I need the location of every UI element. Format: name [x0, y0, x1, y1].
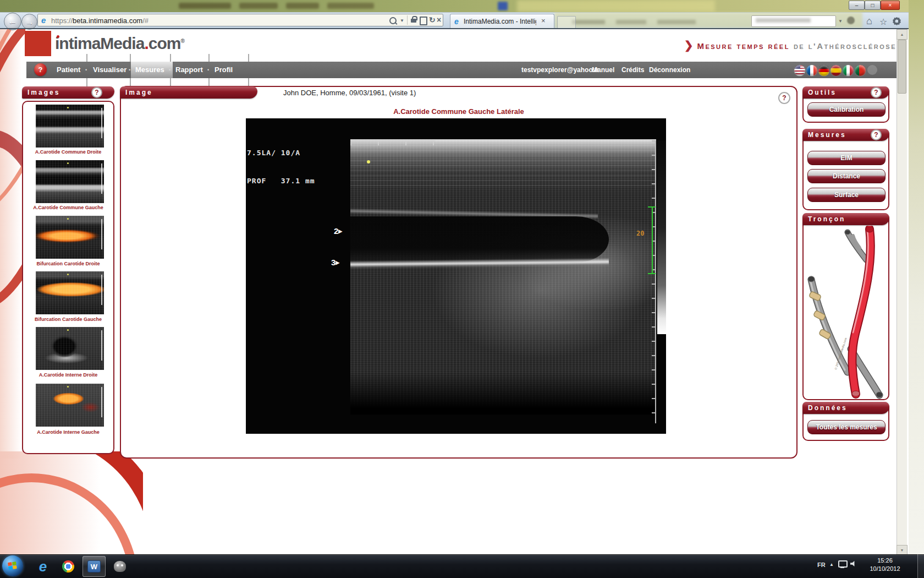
- scrollbar-up-button[interactable]: ▲: [897, 29, 908, 40]
- nav-link-credits[interactable]: Crédits: [622, 66, 644, 74]
- ultrasound-image[interactable]: 7.5LA/ 10/A PROF 37.1 mm 2▶ 3▶ 20: [246, 118, 666, 434]
- flag-france[interactable]: [806, 64, 818, 77]
- nav-item-visualiser[interactable]: Visualiser: [93, 66, 127, 74]
- flag-usa[interactable]: [794, 64, 806, 77]
- refresh-icon[interactable]: ↻: [429, 15, 436, 24]
- thumbnail-carotide-commune-gauche[interactable]: [36, 160, 104, 203]
- chrome-bottom-divider: [0, 28, 909, 29]
- eim-button[interactable]: EIM: [807, 151, 886, 165]
- mesures-help-button[interactable]: ?: [871, 129, 882, 140]
- tray-clock[interactable]: 15:26 10/10/2012: [865, 557, 905, 575]
- background-search-caret-icon[interactable]: ▼: [838, 19, 843, 24]
- home-icon[interactable]: ⌂: [866, 15, 872, 27]
- forward-button[interactable]: →: [21, 14, 37, 30]
- marker-3[interactable]: 3▶: [331, 258, 339, 267]
- address-favicon-ie: e: [41, 15, 46, 25]
- nav-link-manuel[interactable]: Manuel: [592, 66, 614, 74]
- carotid-tree-illustration: © 2011 IntimaMedia.com: [804, 226, 888, 399]
- lock-shackle-icon: [412, 16, 417, 20]
- measure-bracket-line[interactable]: [652, 206, 653, 274]
- tray-language[interactable]: FR: [817, 561, 826, 568]
- forward-icon: →: [25, 17, 34, 26]
- taskbar-chrome-button[interactable]: [57, 557, 79, 576]
- page-scrollbar-track[interactable]: [897, 29, 907, 554]
- image-help-button[interactable]: ?: [778, 92, 790, 104]
- ie-icon: e: [39, 558, 47, 575]
- flag-portugal[interactable]: [854, 64, 866, 77]
- thumbnail-edge-line: [101, 108, 102, 138]
- nav-help-button[interactable]: ?: [34, 63, 47, 76]
- url-host: beta.intimamedia.com: [73, 17, 142, 25]
- thumbnail-label[interactable]: A.Carotide Interne Droite: [23, 372, 113, 378]
- up-arrow-icon: ▲: [900, 32, 904, 36]
- desktop-background-strip: [0, 0, 909, 12]
- taskbar-gimp-button[interactable]: [109, 557, 131, 576]
- thumbnail-label[interactable]: Bifurcation Carotide Gauche: [23, 317, 113, 322]
- background-window-icon-smudge: [498, 2, 508, 10]
- thumbnail-label[interactable]: A.Carotide Commune Gauche: [23, 205, 113, 210]
- marker-2[interactable]: 2▶: [334, 226, 342, 236]
- measure-dot: [367, 160, 370, 163]
- gimp-eye: [121, 564, 123, 566]
- image-panel-title: Image: [125, 89, 153, 96]
- flag-faded: [867, 65, 877, 75]
- toutes-les-mesures-button[interactable]: Toutes les mesures: [807, 420, 886, 434]
- nav-item-rapport[interactable]: Rapport: [175, 66, 203, 74]
- marker-arrow-icon: ▶: [338, 228, 342, 234]
- thumbnail-carotide-interne-gauche[interactable]: [36, 384, 104, 427]
- flag-italy[interactable]: [842, 64, 854, 77]
- calibration-button[interactable]: Calibration: [807, 102, 886, 117]
- new-tab-button[interactable]: [557, 16, 576, 29]
- thumbnail-carotide-interne-droite[interactable]: [36, 327, 104, 370]
- taskbar-word-button[interactable]: W: [82, 556, 106, 577]
- nav-item-patient[interactable]: Patient: [57, 66, 80, 74]
- thumbnail-label[interactable]: Bifurcation Carotide Droite: [23, 261, 113, 266]
- background-search-smudge: [756, 18, 811, 23]
- url-path: /#: [142, 17, 148, 25]
- background-window-title-smudge: [286, 3, 319, 9]
- thumbnail-bifurcation-gauche[interactable]: [36, 271, 104, 314]
- back-icon: ←: [8, 16, 18, 27]
- ultrasound-overlay-text: 7.5LA/ 10/A PROF 37.1 mm: [247, 129, 315, 204]
- tray-hidden-icons-arrow[interactable]: ▲: [829, 562, 834, 567]
- background-close-button[interactable]: ×: [881, 1, 900, 10]
- taskbar-ie-button[interactable]: e: [32, 557, 54, 576]
- distance-button[interactable]: Distance: [807, 169, 886, 183]
- address-url[interactable]: https://beta.intimamedia.com/#: [51, 17, 148, 25]
- gimp-eye: [117, 564, 119, 566]
- flag-germany[interactable]: [818, 64, 830, 77]
- nav-bullet: •: [129, 67, 130, 73]
- minimize-icon: –: [855, 2, 859, 8]
- images-help-button[interactable]: ?: [91, 87, 102, 98]
- compatibility-view-icon[interactable]: [420, 17, 427, 25]
- url-scheme: https://: [51, 17, 73, 25]
- thumbnail-label[interactable]: A.Carotide Commune Droite: [23, 149, 113, 155]
- favorites-star-icon[interactable]: ☆: [879, 17, 887, 27]
- stop-icon[interactable]: ×: [437, 15, 441, 24]
- outils-help-button[interactable]: ?: [871, 87, 882, 98]
- scrollbar-thumb[interactable]: [898, 40, 906, 94]
- tab-close-icon[interactable]: ×: [541, 17, 546, 25]
- help-icon: ?: [38, 66, 43, 74]
- start-button[interactable]: [2, 555, 23, 576]
- thumbnail-bifurcation-droite[interactable]: [36, 216, 104, 259]
- logo-main: intimaMedia: [55, 34, 144, 52]
- thumbnail-edge-line: [101, 163, 102, 194]
- thumbnail-carotide-commune-droite[interactable]: [36, 105, 104, 148]
- site-logo[interactable]: intimaMedia.com®: [55, 34, 185, 53]
- surface-button[interactable]: Surface: [807, 188, 886, 202]
- top-ruler: [350, 140, 435, 145]
- background-restore-button[interactable]: □: [865, 1, 881, 10]
- depth-label: 20: [636, 230, 644, 237]
- show-desktop-button[interactable]: [917, 554, 924, 578]
- taskbar: [0, 554, 924, 578]
- search-dropdown-icon[interactable]: ▼: [400, 18, 404, 23]
- tagline-secondary: de l'Athérosclérose: [794, 41, 897, 51]
- thumbnail-label[interactable]: A.Carotide Interne Gauche: [23, 429, 113, 435]
- donnees-panel-header: Données: [802, 402, 889, 414]
- background-minimize-button[interactable]: –: [849, 1, 865, 10]
- flag-spain[interactable]: [830, 64, 842, 77]
- nav-link-deconnexion[interactable]: Déconnexion: [649, 66, 690, 74]
- nav-item-profil[interactable]: Profil: [215, 66, 233, 74]
- nav-item-mesures[interactable]: Mesures: [135, 66, 164, 74]
